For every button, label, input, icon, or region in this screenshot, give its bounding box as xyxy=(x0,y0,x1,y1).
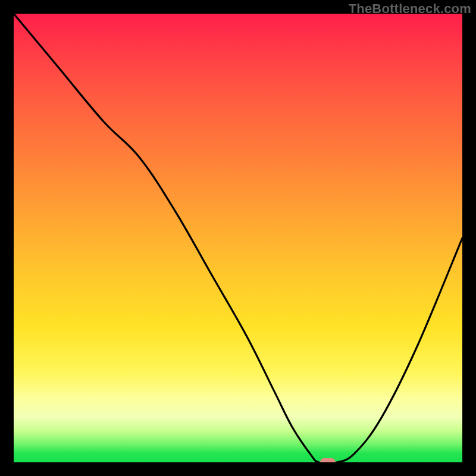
chart-frame: TheBottleneck.com xyxy=(0,0,476,476)
minimum-marker xyxy=(320,458,336,462)
bottleneck-curve xyxy=(14,14,462,462)
plot-area xyxy=(14,14,462,462)
watermark-text: TheBottleneck.com xyxy=(349,1,471,17)
